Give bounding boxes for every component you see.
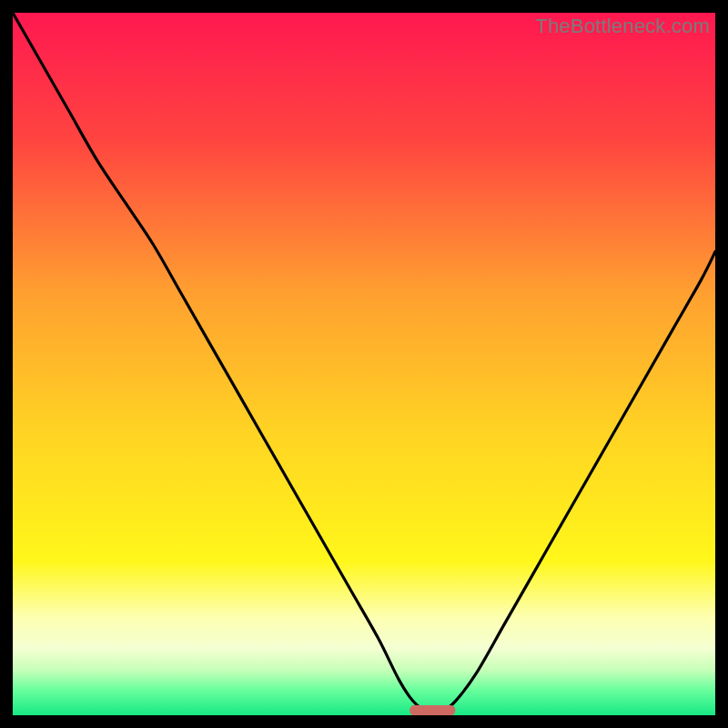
- watermark-text: TheBottleneck.com: [535, 15, 710, 38]
- gradient-background: [13, 13, 715, 715]
- chart-canvas: [13, 13, 715, 715]
- chart-frame: TheBottleneck.com: [13, 13, 715, 715]
- optimal-marker: [410, 705, 455, 715]
